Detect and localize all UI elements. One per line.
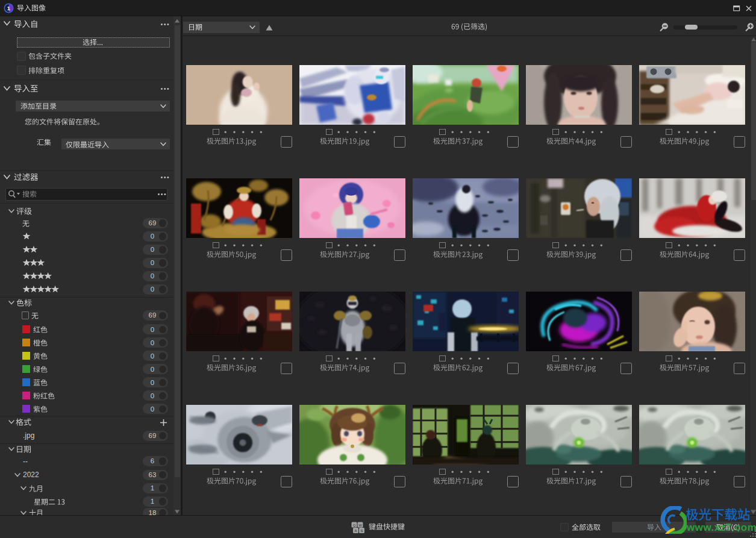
svg-text:A: A: [354, 529, 357, 533]
svg-text:W: W: [358, 523, 362, 527]
svg-text:1: 1: [7, 5, 11, 11]
svg-text:Q: Q: [353, 523, 356, 527]
svg-text:S: S: [360, 529, 363, 533]
